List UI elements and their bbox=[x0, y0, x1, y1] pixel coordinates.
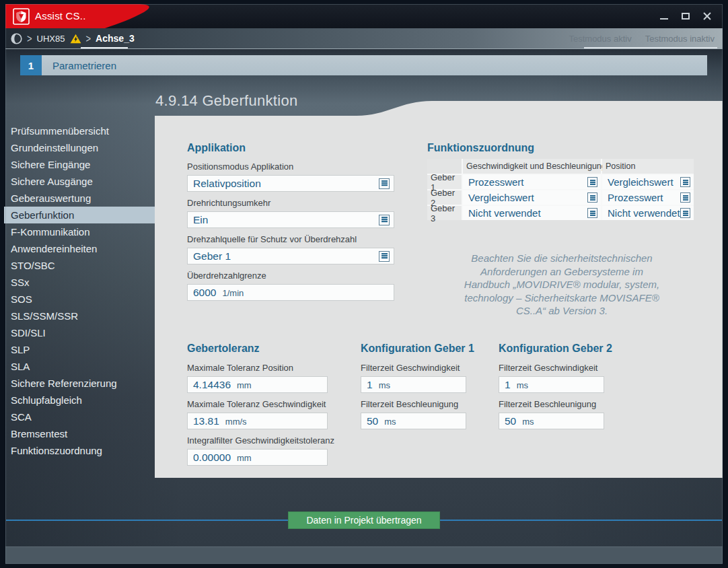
geber3-position-dropdown[interactable]: Nicht verwendet bbox=[602, 206, 694, 220]
unit-label: ms bbox=[517, 380, 528, 390]
field-geber1-filterzeit-geschwindigkeit: Filterzeit Geschwindigkeit 1 ms bbox=[361, 363, 466, 393]
dropdown-list-icon bbox=[587, 192, 597, 203]
section-heading-funktionszuordnung: Funktionszuordnung bbox=[427, 142, 534, 154]
unit-label: mm/s bbox=[225, 417, 247, 427]
sidebar-item-sos[interactable]: SOS bbox=[4, 291, 157, 308]
geber2-filterzeit-beschleunigung-input[interactable]: 50 ms bbox=[499, 413, 604, 429]
geber1-speed-dropdown[interactable]: Prozesswert bbox=[463, 175, 601, 189]
dropdown-list-icon bbox=[680, 208, 690, 218]
unit-label: 1/min bbox=[222, 288, 244, 298]
testmodus-aktiv-button[interactable]: Testmodus aktiv bbox=[569, 34, 631, 44]
sidebar-item-sca[interactable]: SCA bbox=[4, 409, 157, 425]
field-geber1-filterzeit-beschleunigung: Filterzeit Beschleunigung 50 ms bbox=[361, 399, 466, 429]
close-button[interactable] bbox=[700, 9, 715, 24]
app-title: Assist CS.. bbox=[35, 10, 86, 22]
app-window: Assist CS.. > UHX85 > Achse_3 Testmodus … bbox=[0, 0, 728, 568]
breadcrumb-bar: > UHX85 > Achse_3 Testmodus aktiv Testmo… bbox=[5, 28, 723, 49]
window-controls bbox=[657, 4, 715, 28]
close-icon bbox=[702, 11, 712, 21]
safety-note: Beachten Sie die sicherheitstechnischen … bbox=[427, 252, 696, 318]
field-toleranz-geschwindigkeit: Maximale Toleranz Geschwindigkeit 13.81 … bbox=[187, 399, 328, 429]
unit-label: ms bbox=[379, 380, 390, 390]
dropdown-list-icon bbox=[379, 215, 390, 225]
sidebar-item-ssx[interactable]: SSx bbox=[4, 274, 157, 291]
geber1-filterzeit-beschleunigung-input[interactable]: 50 ms bbox=[361, 413, 466, 429]
panel-top-curve bbox=[155, 101, 723, 116]
geber3-speed-dropdown[interactable]: Nicht verwendet bbox=[463, 206, 601, 220]
note-line: CS..A“ ab Version 3. bbox=[427, 304, 696, 318]
breadcrumb-chevron-icon: > bbox=[86, 32, 92, 44]
geber1-position-dropdown[interactable]: Vergleichswert bbox=[602, 175, 694, 189]
dropdown-list-icon bbox=[680, 177, 690, 187]
geber2-speed-dropdown[interactable]: Vergleichswert bbox=[463, 190, 601, 205]
sidebar-item-anwendereinheiten[interactable]: Anwendereinheiten bbox=[4, 240, 157, 257]
ueberdrehzahlgrenze-input[interactable]: 6000 1/min bbox=[187, 284, 394, 301]
toleranz-position-input[interactable]: 4.14436 mm bbox=[187, 376, 328, 393]
sidebar-item-sichere-referenzierung[interactable]: Sichere Referenzierung bbox=[4, 375, 157, 392]
dropdown-list-icon bbox=[379, 178, 390, 189]
integralfilter-input[interactable]: 0.00000 mm bbox=[187, 449, 328, 466]
field-positionsmodus-applikation: Positionsmodus Applikation Relativpositi… bbox=[187, 162, 394, 192]
geber2-position-dropdown[interactable]: Prozesswert bbox=[602, 190, 694, 205]
unit-label: mm bbox=[237, 453, 252, 463]
field-label: Maximale Toleranz Geschwindigkeit bbox=[187, 399, 328, 409]
sidebar-item-pruefsummenuebersicht[interactable]: Prüfsummenübersicht bbox=[4, 122, 157, 139]
note-line: technology – Sicherheitskarte MOVISAFE® bbox=[427, 291, 696, 305]
column-header-speed: Geschwindigkeit und Beschleunigung bbox=[463, 159, 601, 174]
breadcrumb-item-uhx85[interactable]: UHX85 bbox=[37, 34, 65, 44]
field-label: Filterzeit Beschleunigung bbox=[499, 399, 604, 409]
sidebar-item-sichere-eingaenge[interactable]: Sichere Eingänge bbox=[4, 156, 157, 173]
drehzahlquelle-dropdown[interactable]: Geber 1 bbox=[187, 248, 394, 264]
status-bar bbox=[5, 546, 723, 564]
breadcrumb-item-achse3[interactable]: Achse_3 bbox=[96, 33, 135, 44]
field-geber2-filterzeit-geschwindigkeit: Filterzeit Geschwindigkeit 1 ms bbox=[499, 363, 604, 393]
field-label: Maximale Toleranz Position bbox=[187, 363, 328, 373]
field-label: Überdrehzahlgrenze bbox=[187, 271, 394, 281]
step-parametrieren-header[interactable]: Parametrieren bbox=[42, 55, 707, 75]
sidebar-item-funktionszuordnung[interactable]: Funktionszuordnung bbox=[4, 442, 157, 459]
field-integralfilter: Integralfilter Geschwindigkeitstoleranz … bbox=[187, 435, 328, 466]
toleranz-geschwindigkeit-input[interactable]: 13.81 mm/s bbox=[187, 413, 328, 429]
drehrichtungsumkehr-dropdown[interactable]: Ein bbox=[187, 211, 394, 228]
geber2-filterzeit-geschwindigkeit-input[interactable]: 1 ms bbox=[499, 376, 604, 393]
sidebar-item-sdi-sli[interactable]: SDI/SLI bbox=[4, 324, 157, 341]
unit-label: ms bbox=[522, 417, 534, 427]
sidebar-item-geberfunktion[interactable]: Geberfunktion bbox=[4, 207, 157, 223]
geber1-filterzeit-geschwindigkeit-input[interactable]: 1 ms bbox=[361, 376, 466, 393]
note-line: Anforderungen an Gebersysteme im bbox=[427, 265, 696, 279]
sidebar-item-geberauswertung[interactable]: Geberauswertung bbox=[4, 190, 157, 207]
sidebar-item-f-kommunikation[interactable]: F-Kommunikation bbox=[4, 223, 157, 240]
sidebar-item-schlupfabgleich[interactable]: Schlupfabgleich bbox=[4, 392, 157, 409]
sidebar-item-slp[interactable]: SLP bbox=[4, 341, 157, 358]
unit-label: ms bbox=[384, 417, 396, 427]
unit-label: mm bbox=[237, 380, 252, 390]
sidebar-item-sichere-ausgaenge[interactable]: Sichere Ausgänge bbox=[4, 173, 157, 190]
sidebar-item-sla[interactable]: SLA bbox=[4, 358, 157, 375]
positionsmodus-dropdown[interactable]: Relativposition bbox=[187, 175, 394, 192]
breadcrumb: > UHX85 > Achse_3 bbox=[11, 28, 135, 48]
maximize-button[interactable] bbox=[678, 9, 693, 24]
field-drehzahlquelle: Drehzahlquelle für Schutz vor Überdrehza… bbox=[187, 234, 394, 264]
section-heading-konfiguration-geber2: Konfiguration Geber 2 bbox=[499, 343, 612, 355]
active-crumb-underline bbox=[81, 47, 128, 48]
field-geber2-filterzeit-beschleunigung: Filterzeit Beschleunigung 50 ms bbox=[499, 399, 604, 429]
dropdown-list-icon bbox=[680, 192, 690, 203]
sidebar-item-bremsentest[interactable]: Bremsentest bbox=[4, 425, 157, 442]
sidebar-item-sto-sbc[interactable]: STO/SBC bbox=[4, 257, 157, 274]
section-heading-gebertoleranz: Gebertoleranz bbox=[187, 343, 260, 355]
maximize-icon bbox=[682, 13, 690, 20]
warning-triangle-icon bbox=[70, 34, 81, 44]
field-label: Drehzahlquelle für Schutz vor Überdrehza… bbox=[187, 234, 394, 244]
step-number-badge: 1 bbox=[20, 55, 42, 75]
sidebar-item-grundeinstellungen[interactable]: Grundeinstellungen bbox=[4, 139, 157, 156]
minimize-button[interactable] bbox=[657, 9, 671, 24]
field-label: Filterzeit Beschleunigung bbox=[361, 399, 466, 409]
dropdown-list-icon bbox=[587, 208, 597, 218]
sidebar-nav: Prüfsummenübersicht Grundeinstellungen S… bbox=[4, 122, 157, 459]
project-globe-icon[interactable] bbox=[11, 33, 22, 44]
note-line: Beachten Sie die sicherheitstechnischen bbox=[427, 252, 696, 265]
transfer-to-project-button[interactable]: Daten in Projekt übertragen bbox=[288, 511, 440, 529]
testmodus-inaktiv-button[interactable]: Testmodus inaktiv bbox=[645, 34, 715, 44]
field-label: Drehrichtungsumkehr bbox=[187, 198, 394, 208]
sidebar-item-sls-ssm-ssr[interactable]: SLS/SSM/SSR bbox=[4, 308, 157, 324]
